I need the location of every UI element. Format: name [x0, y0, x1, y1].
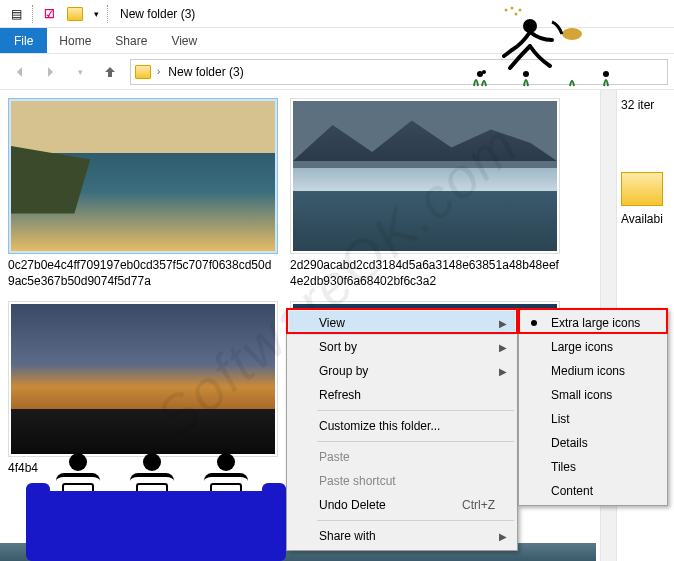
folder-icon — [67, 7, 83, 21]
forward-button[interactable] — [36, 58, 64, 86]
ctx-medium-icons[interactable]: Medium icons — [521, 359, 665, 383]
qat-sep — [32, 5, 33, 23]
thumbnail — [8, 98, 278, 254]
ctx-sep — [317, 441, 514, 442]
title-bar: ▤ ☑ ▾ New folder (3) — [0, 0, 674, 28]
tab-label: Share — [115, 34, 147, 48]
submenu-arrow-icon: ▶ — [499, 366, 507, 377]
chevron-down-icon: ▾ — [94, 9, 99, 19]
ctx-paste: Paste — [289, 445, 515, 469]
properties-icon: ▤ — [11, 7, 22, 21]
breadcrumb-current[interactable]: New folder (3) — [166, 65, 245, 79]
back-arrow-icon — [12, 64, 28, 80]
up-arrow-icon — [102, 64, 118, 80]
ctx-large-icons[interactable]: Large icons — [521, 335, 665, 359]
ctx-label: Tiles — [551, 460, 576, 474]
file-item[interactable]: 2d290acabd2cd3184d5a6a3148e63851a48b48ee… — [290, 98, 560, 289]
item-count-label: 32 iter — [621, 98, 670, 112]
ctx-tiles[interactable]: Tiles — [521, 455, 665, 479]
ctx-share-with[interactable]: Share with▶ — [289, 524, 515, 548]
ctx-hotkey: Ctrl+Z — [462, 498, 495, 512]
thumbnail-image — [11, 101, 275, 251]
ctx-label: Medium icons — [551, 364, 625, 378]
ctx-label: Large icons — [551, 340, 613, 354]
qat-properties-button[interactable]: ▤ — [4, 3, 28, 25]
file-item[interactable]: 4f4b4 — [8, 301, 278, 477]
submenu-arrow-icon: ▶ — [499, 531, 507, 542]
tab-label: Home — [59, 34, 91, 48]
file-tab-label: File — [14, 34, 33, 48]
folder-icon — [135, 65, 151, 79]
ctx-label: Content — [551, 484, 593, 498]
back-button[interactable] — [6, 58, 34, 86]
share-tab[interactable]: Share — [103, 28, 159, 53]
ctx-list[interactable]: List — [521, 407, 665, 431]
breadcrumb-sep: › — [157, 66, 160, 77]
navigation-bar: ▾ › New folder (3) — [0, 54, 674, 90]
ctx-label: View — [319, 316, 345, 330]
ctx-content[interactable]: Content — [521, 479, 665, 503]
ctx-sep — [317, 520, 514, 521]
context-menu: View▶ Sort by▶ Group by▶ Refresh Customi… — [286, 308, 518, 551]
ctx-label: Paste shortcut — [319, 474, 396, 488]
forward-arrow-icon — [42, 64, 58, 80]
ctx-sep — [317, 410, 514, 411]
ctx-customize[interactable]: Customize this folder... — [289, 414, 515, 438]
ctx-label: Undo Delete — [319, 498, 386, 512]
ctx-label: Details — [551, 436, 588, 450]
submenu-arrow-icon: ▶ — [499, 318, 507, 329]
thumbnail-image — [11, 304, 275, 454]
ctx-details[interactable]: Details — [521, 431, 665, 455]
ctx-sort-by[interactable]: Sort by▶ — [289, 335, 515, 359]
qat-sep — [107, 5, 108, 23]
context-submenu-view: Extra large icons Large icons Medium ico… — [518, 308, 668, 506]
qat-folder-button[interactable] — [63, 3, 87, 25]
tab-label: View — [171, 34, 197, 48]
ctx-label: Sort by — [319, 340, 357, 354]
radio-checked-icon — [531, 320, 537, 326]
ctx-extra-large-icons[interactable]: Extra large icons — [521, 311, 665, 335]
ctx-group-by[interactable]: Group by▶ — [289, 359, 515, 383]
ctx-label: Group by — [319, 364, 368, 378]
checkbox-icon: ☑ — [44, 7, 55, 21]
address-bar[interactable]: › New folder (3) — [130, 59, 668, 85]
qat-checkbox-button[interactable]: ☑ — [37, 3, 61, 25]
file-tab[interactable]: File — [0, 28, 47, 53]
thumbnail — [290, 98, 560, 254]
ctx-view[interactable]: View▶ — [289, 311, 515, 335]
quick-access-toolbar: ▤ ☑ ▾ — [0, 3, 114, 25]
ctx-label: Small icons — [551, 388, 612, 402]
view-tab[interactable]: View — [159, 28, 209, 53]
thumbnail — [8, 301, 278, 457]
file-name-label: 2d290acabd2cd3184d5a6a3148e63851a48b48ee… — [290, 258, 560, 289]
ctx-undo-delete[interactable]: Undo DeleteCtrl+Z — [289, 493, 515, 517]
preview-thumb — [621, 172, 663, 206]
window-title: New folder (3) — [114, 7, 674, 21]
thumbnail-image — [293, 101, 557, 251]
qat-customize-button[interactable]: ▾ — [89, 3, 103, 25]
ctx-paste-shortcut: Paste shortcut — [289, 469, 515, 493]
file-item[interactable]: 0c27b0e4c4ff709197eb0cd357f5c707f0638cd5… — [8, 98, 278, 289]
file-name-label: 0c27b0e4c4ff709197eb0cd357f5c707f0638cd5… — [8, 258, 278, 289]
ctx-refresh[interactable]: Refresh — [289, 383, 515, 407]
recent-button[interactable]: ▾ — [66, 58, 94, 86]
up-button[interactable] — [96, 58, 124, 86]
home-tab[interactable]: Home — [47, 28, 103, 53]
file-name-label: 4f4b4 — [8, 461, 278, 477]
ctx-label: Share with — [319, 529, 376, 543]
ctx-small-icons[interactable]: Small icons — [521, 383, 665, 407]
submenu-arrow-icon: ▶ — [499, 342, 507, 353]
ctx-label: List — [551, 412, 570, 426]
ctx-label: Refresh — [319, 388, 361, 402]
chevron-down-icon: ▾ — [78, 67, 83, 77]
ctx-label: Extra large icons — [551, 316, 640, 330]
ctx-label: Customize this folder... — [319, 419, 440, 433]
availability-label: Availabi — [621, 212, 670, 226]
ctx-label: Paste — [319, 450, 350, 464]
ribbon-tabs: File Home Share View — [0, 28, 674, 54]
